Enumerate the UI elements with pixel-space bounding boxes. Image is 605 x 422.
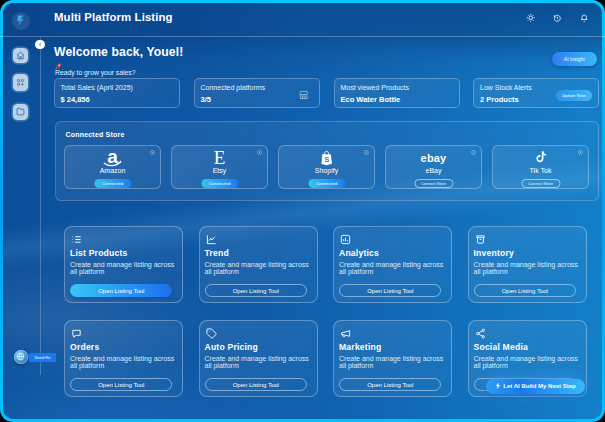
svg-text:a: a (107, 148, 118, 167)
svg-text:S: S (324, 156, 329, 163)
